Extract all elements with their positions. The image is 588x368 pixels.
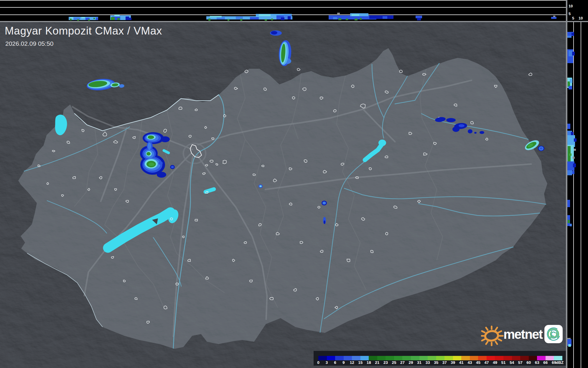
dbz-color-block	[470, 356, 478, 360]
dbz-color-block	[495, 356, 503, 360]
dbz-color-block	[444, 356, 453, 360]
dbz-tick-label: 27	[400, 360, 405, 365]
echo-cell	[250, 17, 259, 19]
echo-cell	[74, 17, 80, 20]
dbz-color-block	[335, 356, 344, 360]
gridline-10km-vertical	[581, 22, 581, 368]
dbz-tick-label: 47	[484, 360, 489, 365]
dbz-color-block	[546, 356, 554, 360]
dbz-color-block	[394, 356, 403, 360]
echo-cell	[567, 170, 572, 175]
right-axis-10km-label: 10	[579, 16, 583, 20]
echo-cell	[567, 200, 570, 207]
echo-cell	[210, 16, 222, 17]
metnet-app-icon	[544, 325, 563, 344]
dbz-tick-label: 41	[459, 360, 464, 365]
echo-cell	[574, 138, 577, 142]
echo-cell	[573, 157, 575, 159]
dbz-tick-label: 0	[317, 360, 319, 365]
echo-cell	[126, 17, 129, 20]
dbz-tick-label: 51	[501, 360, 506, 365]
dbz-color-block	[529, 356, 537, 360]
echo-cell	[355, 19, 358, 20]
dbz-tick-label: 9	[342, 360, 345, 365]
dbz-color-block	[377, 356, 386, 360]
radar-composite-screen: 10 5 5 10 Magyar Kompozit CMax / VMax 20…	[0, 0, 588, 368]
echo-cell	[337, 13, 340, 15]
echo-cell	[338, 18, 341, 20]
echo-cell	[383, 16, 387, 19]
dbz-color-block	[402, 356, 411, 360]
dbz-color-block	[327, 356, 335, 360]
dbz-tick-label: 49	[493, 360, 497, 365]
echo-cell	[570, 79, 572, 83]
axis-corner-panel: 10 5 5 10	[567, 0, 588, 21]
echo-cell	[114, 15, 120, 17]
dbz-tick-label: 63	[535, 360, 539, 365]
dbz-color-scale-legend: 0369121518212325272931333537394143454749…	[314, 351, 566, 366]
dbz-tick-label: 15	[358, 360, 363, 365]
hungary-radar-map	[0, 22, 566, 368]
dbz-color-block	[386, 356, 394, 360]
echo-cell	[88, 19, 90, 21]
echo-cell	[217, 17, 225, 19]
dbz-color-block	[419, 356, 428, 360]
echo-cell	[129, 18, 131, 20]
dbz-tick-label: 37	[442, 360, 447, 365]
dbz-color-block	[520, 356, 529, 360]
dbz-tick-label: 6	[334, 360, 336, 365]
echo-cell	[228, 19, 229, 21]
dbz-tick-label: 25	[392, 360, 396, 365]
page-title: Magyar Kompozit CMax / VMax	[5, 25, 162, 37]
dbz-tick-label: 29	[409, 360, 413, 365]
dbz-color-block	[411, 356, 419, 360]
echo-cell	[259, 14, 271, 16]
right-axis-5km-label: 5	[572, 16, 574, 20]
dbz-tick-label: 23	[383, 360, 388, 365]
dbz-color-block	[487, 356, 495, 360]
echo-cell	[240, 19, 242, 21]
dbz-color-block	[512, 356, 521, 360]
top-axis-5km-label: 5	[569, 12, 571, 16]
dbz-tick-label: 12	[350, 360, 354, 365]
dbz-tick-label: 57	[518, 360, 523, 365]
echo-cell	[96, 17, 98, 20]
echo-cell	[93, 18, 95, 19]
echo-cell	[551, 17, 556, 19]
echo-cell	[360, 18, 362, 20]
top-axis-10km-label: 10	[569, 4, 573, 8]
echo-cell	[572, 52, 575, 55]
echo-cell	[81, 17, 85, 18]
dbz-tick-label: 60	[526, 360, 531, 365]
dbz-color-block	[318, 356, 327, 360]
dbz-color-block	[344, 356, 352, 360]
echo-cell	[117, 18, 120, 20]
dbz-color-block	[352, 356, 360, 360]
metnet-logo: metnet	[481, 323, 564, 348]
dbz-tick-label: 33	[426, 360, 430, 365]
dbz-color-block	[503, 356, 512, 360]
echo-cell	[77, 19, 79, 21]
dbz-colorbar	[318, 356, 562, 360]
echo-cell	[568, 344, 571, 347]
observation-timestamp: 2026.02.09 05:50	[5, 40, 54, 47]
dbz-color-block	[461, 356, 470, 360]
dbz-tick-label: 69	[552, 360, 556, 365]
dbz-tick-label: 35	[434, 360, 438, 365]
dbz-color-block	[369, 356, 377, 360]
gridline-5km-vertical	[573, 22, 574, 368]
dbz-tick-label: 43	[467, 360, 472, 365]
echo-cell	[389, 17, 392, 19]
dbz-tick-label: 45	[476, 360, 480, 365]
dbz-tick-label: 31	[417, 360, 421, 365]
dbz-color-block	[554, 356, 562, 360]
dbz-color-block	[428, 356, 436, 360]
echo-cell	[569, 86, 572, 89]
echo-cell	[208, 19, 210, 21]
echo-cell	[352, 14, 359, 16]
horizontal-divider	[0, 21, 588, 22]
dbz-tick-label: 66	[543, 360, 548, 365]
echo-cell	[346, 19, 348, 20]
echo-cell	[281, 17, 284, 20]
echo-cell	[568, 220, 570, 223]
